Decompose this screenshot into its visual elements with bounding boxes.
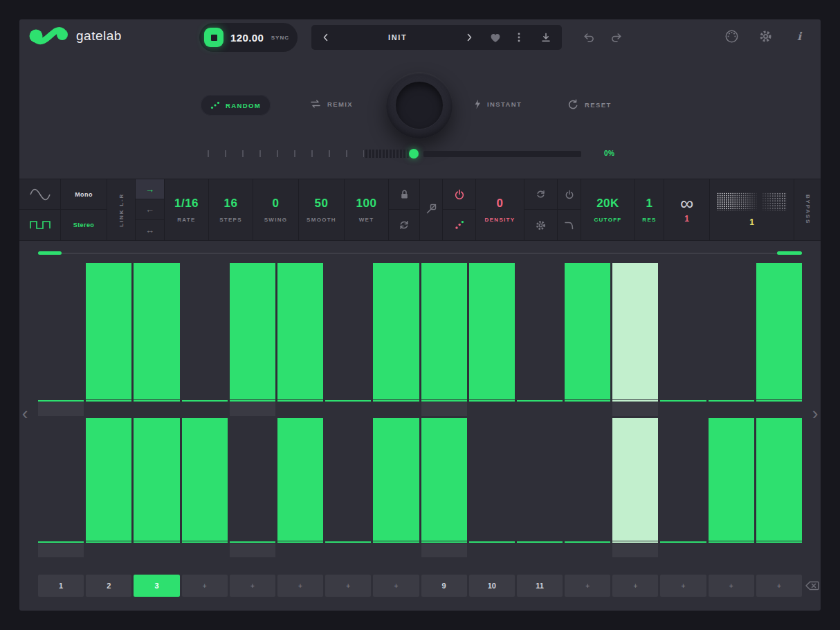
bpm-value[interactable]: 120.00 xyxy=(230,32,264,44)
preset-menu-button[interactable] xyxy=(507,25,531,50)
infinity-control[interactable]: ∞ 1 xyxy=(664,179,710,240)
step-bottom-8[interactable] xyxy=(373,418,419,557)
favorite-button[interactable] xyxy=(484,25,507,50)
redo-button[interactable] xyxy=(609,30,624,44)
filter-power-button[interactable] xyxy=(558,179,581,210)
step-top-13[interactable] xyxy=(612,263,658,416)
preset-next-button[interactable] xyxy=(455,25,484,50)
step-top-3[interactable] xyxy=(134,263,179,416)
cutoff-control[interactable]: 20K CUTOFF xyxy=(581,179,635,240)
step-bottom-9[interactable] xyxy=(421,418,467,557)
pattern-slot-10[interactable]: 10 xyxy=(469,575,515,597)
step-bottom-13[interactable] xyxy=(612,418,658,557)
main-knob[interactable] xyxy=(386,72,453,138)
remix-button[interactable]: REMIX xyxy=(309,99,353,109)
amount-slider-track[interactable] xyxy=(423,151,581,157)
step-bottom-1[interactable] xyxy=(38,418,84,557)
res-control[interactable]: 1 RES xyxy=(635,179,664,240)
pattern-slot-4[interactable]: + xyxy=(182,575,228,597)
reset-button[interactable]: RESET xyxy=(567,99,612,110)
step-top-14[interactable] xyxy=(660,263,706,416)
density-control[interactable]: 0 DENSITY xyxy=(476,179,524,240)
random-button[interactable]: RANDOM xyxy=(201,95,271,116)
mono-button[interactable]: Mono xyxy=(61,179,107,210)
envelope-button[interactable] xyxy=(558,210,581,240)
amount-slider-handle[interactable] xyxy=(409,149,419,159)
swing-control[interactable]: 0 SWING xyxy=(253,179,299,240)
steps-control[interactable]: 16 STEPS xyxy=(209,179,253,240)
pattern-slot-11[interactable]: 11 xyxy=(517,575,563,597)
pattern-slot-12[interactable]: + xyxy=(565,575,610,597)
step-range-slider[interactable] xyxy=(38,251,802,255)
density-power-button[interactable] xyxy=(443,179,475,210)
midi-button[interactable] xyxy=(724,28,739,44)
step-top-1[interactable] xyxy=(38,263,84,416)
pattern-slot-2[interactable]: 2 xyxy=(86,575,131,597)
step-bottom-4[interactable] xyxy=(182,418,228,557)
density-dots-button[interactable] xyxy=(443,210,475,240)
pattern-slot-16[interactable]: + xyxy=(756,575,802,597)
wet-control[interactable]: 100 WET xyxy=(345,179,389,240)
pattern-slot-9[interactable]: 9 xyxy=(421,575,467,597)
step-bottom-6[interactable] xyxy=(277,418,323,557)
pattern-slot-7[interactable]: + xyxy=(325,575,371,597)
step-settings-button[interactable] xyxy=(524,210,557,240)
smooth-control[interactable]: 50 SMOOTH xyxy=(299,179,345,240)
rate-control[interactable]: 1/16 RATE xyxy=(165,179,209,240)
step-bottom-15[interactable] xyxy=(709,418,754,557)
pattern-slot-3[interactable]: 3 xyxy=(134,575,179,597)
direction-backward-button[interactable]: ← xyxy=(136,199,164,219)
step-top-4[interactable] xyxy=(182,263,228,416)
texture-control[interactable]: 1 xyxy=(710,179,794,240)
waveform-sine-button[interactable] xyxy=(19,179,60,210)
preset-prev-button[interactable] xyxy=(311,25,340,50)
step-top-7[interactable] xyxy=(325,263,371,416)
step-bottom-5[interactable] xyxy=(230,418,275,557)
step-top-15[interactable] xyxy=(709,263,754,416)
link-lr-toggle[interactable]: LINK L-R xyxy=(107,179,136,240)
step-bottom-12[interactable] xyxy=(565,418,610,557)
instant-button[interactable]: INSTANT xyxy=(473,99,522,109)
lock-button[interactable] xyxy=(389,179,419,210)
pattern-slot-13[interactable]: + xyxy=(612,575,658,597)
step-bottom-7[interactable] xyxy=(325,418,371,557)
direction-forward-button[interactable]: → xyxy=(136,179,164,199)
waveform-square-button[interactable] xyxy=(19,210,60,240)
pattern-slot-5[interactable]: + xyxy=(230,575,275,597)
step-top-10[interactable] xyxy=(469,263,515,416)
step-bottom-16[interactable] xyxy=(756,418,802,557)
prev-pattern-button[interactable]: ‹ xyxy=(19,402,30,425)
pattern-slot-6[interactable]: + xyxy=(277,575,323,597)
amount-slider[interactable] xyxy=(208,148,581,159)
pattern-slot-14[interactable]: + xyxy=(660,575,706,597)
step-top-12[interactable] xyxy=(565,263,610,416)
stereo-button[interactable]: Stereo xyxy=(61,210,107,240)
pattern-slot-1[interactable]: 1 xyxy=(38,575,84,597)
step-top-8[interactable] xyxy=(373,263,419,416)
step-top-11[interactable] xyxy=(517,263,563,416)
step-top-9[interactable] xyxy=(421,263,467,416)
step-top-2[interactable] xyxy=(86,263,131,416)
bypass-button[interactable]: BYPASS xyxy=(794,179,821,240)
sync-loop-button[interactable] xyxy=(524,179,557,210)
save-preset-button[interactable] xyxy=(531,25,563,50)
play-stop-button[interactable] xyxy=(204,28,223,47)
pattern-slot-8[interactable]: + xyxy=(373,575,419,597)
step-bottom-10[interactable] xyxy=(469,418,515,557)
step-top-6[interactable] xyxy=(277,263,323,416)
cycle-button[interactable] xyxy=(389,210,419,240)
undo-button[interactable] xyxy=(581,30,596,44)
settings-button[interactable] xyxy=(758,28,773,44)
sync-toggle[interactable]: SYNC xyxy=(271,35,289,41)
step-bottom-14[interactable] xyxy=(660,418,706,557)
direction-pingpong-button[interactable]: ↔ xyxy=(136,220,164,240)
next-pattern-button[interactable]: › xyxy=(810,402,821,425)
info-button[interactable]: i xyxy=(792,28,807,44)
range-end-handle[interactable] xyxy=(777,251,802,255)
step-bottom-2[interactable] xyxy=(86,418,131,557)
step-top-5[interactable] xyxy=(230,263,275,416)
step-bottom-3[interactable] xyxy=(134,418,179,557)
pattern-slot-15[interactable]: + xyxy=(709,575,754,597)
step-bottom-11[interactable] xyxy=(517,418,563,557)
delete-pattern-button[interactable] xyxy=(804,579,821,593)
